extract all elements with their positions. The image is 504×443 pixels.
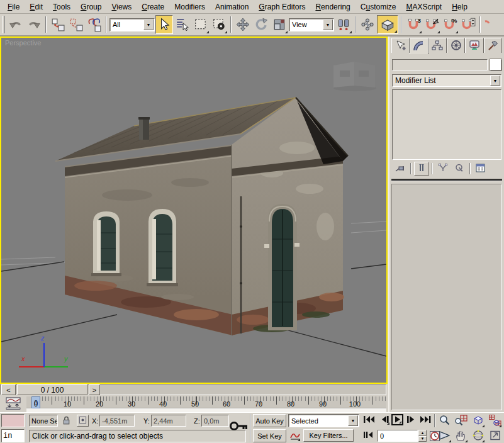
go-to-end-button[interactable]	[419, 415, 432, 425]
previous-frame-button[interactable]	[379, 415, 390, 425]
menu-item-help[interactable]: Help	[447, 1, 473, 13]
zoom-extents-button[interactable]	[471, 414, 485, 428]
percent-snap-toggle-button[interactable]: %	[441, 15, 459, 34]
tab-create[interactable]	[391, 38, 410, 53]
go-to-start-button[interactable]	[362, 415, 376, 425]
modifier-stack-list[interactable]	[392, 89, 501, 160]
select-and-link-button[interactable]	[49, 15, 67, 34]
move-icon	[236, 18, 250, 31]
perspective-viewport[interactable]: Perspective	[0, 36, 388, 384]
keyboard-shortcut-override-button[interactable]	[377, 15, 398, 34]
menu-item-maxscript[interactable]: MAXScript	[401, 1, 447, 13]
menu-item-customize[interactable]: Customize	[356, 1, 401, 13]
toolbar-grip[interactable]	[3, 16, 5, 33]
chevron-down-icon[interactable]: ▼	[143, 20, 154, 30]
tab-display[interactable]	[465, 38, 483, 53]
selection-filter-dropdown[interactable]: All ▼	[109, 18, 155, 31]
macro-recorder-pane[interactable]	[1, 414, 25, 427]
configure-modifier-sets-button[interactable]	[473, 162, 488, 176]
angle-snap-toggle-button[interactable]	[423, 15, 440, 34]
rectangular-selection-region-button[interactable]	[192, 15, 210, 34]
listener-splitter[interactable]	[26, 414, 27, 442]
chevron-down-icon[interactable]: ▼	[323, 20, 333, 30]
modifier-list-dropdown[interactable]: Modifier List ▼	[392, 74, 501, 87]
open-mini-curve-editor-button[interactable]	[1, 397, 26, 411]
zoom-button[interactable]	[438, 414, 452, 428]
time-slider-handle[interactable]: 0 / 100	[17, 384, 87, 395]
select-by-name-button[interactable]	[174, 15, 191, 34]
menu-item-rendering[interactable]: Rendering	[310, 1, 355, 13]
frame-spinner[interactable]: ▲ ▼	[418, 430, 427, 442]
menu-item-animation[interactable]: Animation	[210, 1, 254, 13]
set-key-button[interactable]: Set Key	[253, 429, 286, 442]
next-frame-arrow-button[interactable]: >	[89, 384, 100, 395]
reference-coordinate-system-dropdown[interactable]: View ▼	[289, 18, 334, 31]
use-pivot-point-center-button[interactable]	[335, 15, 352, 34]
remove-modifier-button[interactable]	[452, 162, 467, 176]
rollout-area[interactable]	[391, 184, 502, 410]
redo-button[interactable]	[25, 15, 43, 34]
select-and-rotate-button[interactable]	[252, 15, 270, 34]
pin-stack-button[interactable]	[393, 162, 408, 176]
maximize-viewport-toggle-button[interactable]	[488, 429, 502, 443]
make-unique-button[interactable]	[435, 162, 451, 176]
snaps-toggle-button[interactable]: 3	[405, 15, 422, 34]
menu-item-group[interactable]: Group	[76, 1, 106, 13]
bind-to-space-warp-button[interactable]	[86, 15, 103, 34]
axis-y-label: y	[64, 355, 69, 362]
absolute-mode-transform-button[interactable]	[77, 415, 89, 427]
pushpin-icon	[395, 163, 406, 174]
tab-hierarchy[interactable]	[428, 38, 447, 53]
select-and-manipulate-button[interactable]	[359, 15, 376, 34]
y-coordinate-field[interactable]: 2,44m	[151, 415, 186, 427]
menu-item-file[interactable]: File	[3, 1, 25, 13]
z-coordinate-field[interactable]: 0,0m	[201, 415, 229, 427]
key-selection-mode-dropdown[interactable]: Selected ▼	[288, 414, 359, 427]
menu-item-edit[interactable]: Edit	[25, 1, 48, 13]
pan-view-button[interactable]	[454, 429, 468, 443]
zoom-all-button[interactable]	[454, 414, 468, 428]
default-tangent-button[interactable]	[288, 430, 301, 442]
tab-modify[interactable]	[410, 38, 428, 54]
object-name-row	[392, 59, 501, 70]
x-coordinate-field[interactable]: -4,551m	[99, 415, 135, 427]
maxscript-mini-listener[interactable]: in	[1, 429, 25, 442]
key-filters-button[interactable]: Key Filters...	[303, 429, 354, 442]
key-mode-toggle-button[interactable]	[362, 430, 374, 440]
next-frame-button[interactable]	[406, 415, 417, 425]
select-and-scale-button[interactable]	[271, 15, 288, 34]
viewport-label[interactable]: Perspective	[5, 39, 41, 47]
field-of-view-button[interactable]	[438, 429, 452, 443]
track-bar-ruler[interactable]: 0 0 10 20 30 40 50 60 70 80 90 100	[26, 396, 386, 408]
select-object-button[interactable]	[155, 15, 173, 34]
previous-frame-arrow-button[interactable]: <	[1, 384, 16, 395]
chevron-down-icon[interactable]: ▼	[490, 76, 500, 86]
undo-button[interactable]	[7, 15, 25, 34]
menu-item-tools[interactable]: Tools	[48, 1, 76, 13]
spinner-snap-toggle-button[interactable]	[459, 15, 477, 34]
arc-rotate-button[interactable]	[471, 429, 485, 443]
show-end-result-button[interactable]	[414, 162, 429, 176]
menu-item-graph-editors[interactable]: Graph Editors	[254, 1, 310, 13]
menu-item-views[interactable]: Views	[106, 1, 137, 13]
object-name-field[interactable]	[392, 59, 488, 70]
unlink-selection-button[interactable]	[67, 15, 85, 34]
spinner-up-icon[interactable]: ▲	[418, 430, 427, 436]
magnet-percent-snap-icon: %	[442, 17, 457, 32]
tab-motion[interactable]	[447, 38, 465, 53]
select-and-move-button[interactable]	[234, 15, 252, 34]
object-color-swatch[interactable]	[490, 59, 501, 70]
menu-item-modifiers[interactable]: Modifiers	[169, 1, 210, 13]
current-frame-field[interactable]: 0	[378, 430, 418, 442]
menu-item-create[interactable]: Create	[137, 1, 169, 13]
tab-utilities[interactable]	[484, 38, 502, 53]
window-crossing-toggle-button[interactable]	[210, 15, 228, 34]
play-animation-button[interactable]	[391, 414, 403, 425]
selection-lock-toggle[interactable]	[62, 416, 71, 427]
clipped-toolbar-button[interactable]	[483, 15, 491, 34]
chevron-down-icon[interactable]: ▼	[348, 415, 358, 426]
zoom-extents-all-button[interactable]	[488, 414, 502, 428]
spinner-down-icon[interactable]: ▼	[418, 436, 427, 442]
set-keys-button[interactable]	[229, 419, 249, 437]
auto-key-button[interactable]: Auto Key	[253, 414, 286, 427]
